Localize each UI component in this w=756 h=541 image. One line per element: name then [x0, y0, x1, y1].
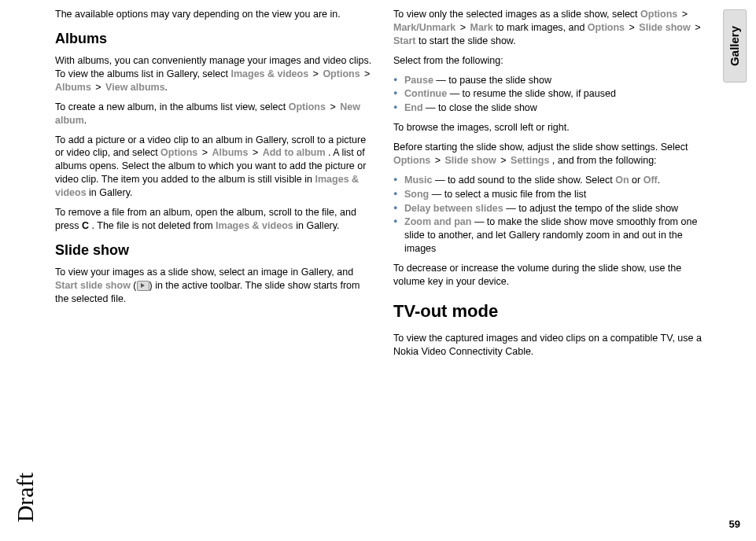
tvout-para: To view the captured images and video cl…: [393, 332, 713, 359]
page-number: 59: [729, 517, 740, 532]
list-item: Continue — to resume the slide show, if …: [393, 87, 713, 101]
menu-images-videos: Images & videos: [216, 220, 293, 231]
option-end: End: [404, 102, 423, 113]
list-item: Zoom and pan — to make the slide show mo…: [393, 215, 713, 256]
list-item: Song — to select a music file from the l…: [393, 188, 713, 201]
menu-view-albums: View albums: [105, 82, 165, 93]
slideshow-selected-para: To view only the selected images as a sl…: [393, 8, 713, 48]
menu-slide-show: Slide show: [444, 155, 496, 166]
option-off: Off: [644, 175, 658, 186]
option-music: Music: [404, 175, 432, 186]
draft-watermark: Draft: [9, 473, 42, 522]
slideshow-start-para: To view your images as a slide show, sel…: [55, 266, 374, 306]
slideshow-icon: [137, 281, 149, 291]
settings-intro-para: Before starting the slide show, adjust t…: [393, 141, 713, 167]
slideshow-controls-list: Pause — to pause the slide show Continue…: [393, 74, 713, 116]
albums-create-para: To create a new album, in the albums lis…: [55, 101, 374, 127]
menu-options: Options: [289, 101, 326, 112]
menu-settings: Settings: [511, 155, 549, 166]
menu-options: Options: [160, 147, 197, 158]
volume-para: To decrease or increase the volume durin…: [393, 262, 713, 289]
section-tab-gallery: Gallery: [723, 9, 747, 83]
list-item: End — to close the slide show: [393, 101, 713, 115]
browse-para: To browse the images, scroll left or rig…: [393, 121, 713, 134]
menu-options: Options: [588, 22, 625, 33]
column-right: To view only the selected images as a sl…: [393, 8, 713, 529]
select-from-label: Select from the following:: [393, 54, 713, 68]
list-item: Music — to add sound to the slide show. …: [393, 174, 713, 187]
menu-mark-unmark: Mark/Unmark: [393, 22, 455, 33]
column-left: The available options may vary depending…: [55, 8, 374, 529]
list-item: Delay between slides — to adjust the tem…: [393, 202, 713, 215]
option-on: On: [615, 175, 629, 186]
list-item: Pause — to pause the slide show: [393, 74, 713, 87]
albums-view-para: With albums, you can conveniently manage…: [55, 54, 374, 94]
menu-images-videos: Images & videos: [230, 68, 308, 79]
heading-tvout: TV-out mode: [393, 300, 713, 323]
menu-albums: Albums: [55, 82, 91, 93]
menu-options: Options: [393, 155, 430, 166]
option-continue: Continue: [404, 88, 447, 99]
option-zoom-pan: Zoom and pan: [404, 216, 471, 227]
option-delay: Delay between slides: [404, 203, 503, 214]
option-pause: Pause: [404, 75, 433, 86]
slideshow-settings-list: Music — to add sound to the slide show. …: [393, 174, 713, 256]
menu-add-to-album: Add to album: [263, 147, 326, 158]
menu-start-slideshow: Start slide show: [55, 280, 131, 291]
albums-add-para: To add a picture or a video clip to an a…: [55, 134, 374, 200]
menu-options: Options: [640, 9, 677, 20]
intro-text: The available options may vary depending…: [55, 8, 374, 21]
option-song: Song: [404, 189, 429, 200]
menu-options: Options: [323, 68, 360, 79]
menu-slide-show: Slide show: [639, 22, 690, 33]
key-c: C: [82, 220, 89, 231]
menu-mark: Mark: [470, 22, 492, 33]
menu-albums: Albums: [212, 147, 249, 158]
albums-remove-para: To remove a file from an album, open the…: [55, 206, 374, 233]
heading-albums: Albums: [55, 29, 374, 48]
menu-start: Start: [393, 35, 415, 46]
manual-page: Gallery Draft 59 The available options m…: [0, 0, 756, 541]
heading-slideshow: Slide show: [55, 241, 374, 259]
